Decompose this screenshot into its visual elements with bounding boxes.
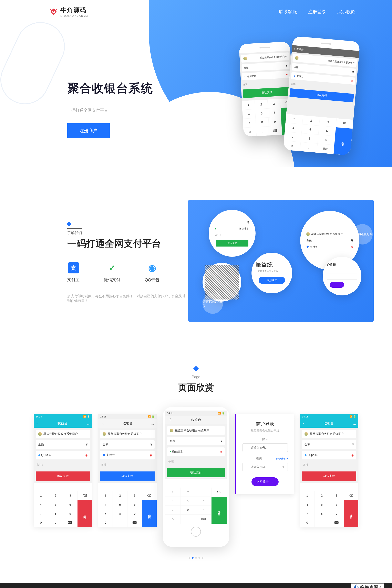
menu-icon: ... [151,422,154,425]
hero-content: 聚合收银台系统 一码打通全网支付平台 注册商户 [0,23,392,138]
close-icon: × [36,422,38,425]
page-footer: © copyright 2021 by 聚合收银台系统 [0,583,392,588]
top-nav: 牛角源码 NIUJIAOYUANMA 联系客服 注册登录 演示收款 [0,0,392,23]
brand-name: 牛角源码 [60,6,88,14]
back-icon: 〈 [168,418,171,422]
hero-subtitle: 一码打通全网支付平台 [67,108,392,113]
about-pretitle: 了解我们 [67,228,82,235]
bubble-text-1: 梦想通讯更好实 [352,224,372,244]
password-input[interactable] [242,463,288,471]
confirm-button[interactable]: 确认支付 [167,468,225,477]
watermark-icon [354,584,359,588]
bubble-wechat: ¥ ● 微信支付 备注: 确认支付 [209,210,256,257]
about-desc: 多支付即时到账，再也不用担心平台跑路了，对接自己的支付账户，资金及时到你钱包里！ [67,294,188,303]
svg-point-0 [50,9,52,10]
wechat-icon: ✓ [107,262,118,273]
bubble-text-2: 保证不跑路的支付 [202,293,223,314]
gallery-section: Page 页面欣赏 14:18📶 🔋 ×收银台... 星益云聚合收银台系统商户 … [0,322,392,575]
menu-icon: ... [353,422,356,425]
confirm-button[interactable]: 确认支付 [302,471,356,481]
about-graphic: ¥ ● 微信支付 备注: 确认支付 星益云聚合收银台系统商户 金额¥ ◆ 支付宝… [188,200,374,322]
method-alipay: 支 支付宝 [67,262,80,283]
alipay-icon: 支 [68,262,79,273]
carousel-pager[interactable] [0,557,392,559]
nav-demo[interactable]: 演示收款 [337,9,355,15]
login-title: 商户登录 [242,421,288,427]
shot-alipay: 14:18📶 🔋 〈收银台... 星益云聚合收银台系统商户 金额¥ ◆ 支付宝◉… [98,414,156,527]
qq-icon: ◉ [146,262,158,273]
gallery-pretitle: Page [0,375,392,379]
close-icon: × [302,422,304,425]
diamond-icon [193,366,199,372]
account-input[interactable] [242,443,288,452]
shot-wechat-framed: 14:18📶 🔋 〈收银台... 星益云聚合收银台系统商户 金额¥ ● 微信支付… [163,407,229,547]
payment-methods: 支 支付宝 ✓ 微信支付 ◉ QQ钱包 [67,262,188,283]
menu-icon: ... [222,418,224,422]
screenshot-carousel: 14:18📶 🔋 ×收银台... 星益云聚合收银台系统商户 金额¥ ◆ QQ钱包… [0,414,392,547]
nav-links: 联系客服 注册登录 演示收款 [279,9,355,15]
forgot-link[interactable]: 忘记密码? [276,457,288,461]
nav-contact[interactable]: 联系客服 [279,9,297,15]
bubble-system: 星益统 一码打通全网支付平台 注册商户 [252,253,292,293]
nav-login[interactable]: 注册登录 [308,9,326,15]
account-label: 账号 [242,438,288,441]
password-label: 密码 [256,457,262,460]
diamond-icon [66,221,72,226]
shot-qq-1: 14:18📶 🔋 ×收银台... 星益云聚合收银台系统商户 金额¥ ◆ QQ钱包… [34,414,92,527]
method-wechat: ✓ 微信支付 [104,262,120,283]
bull-icon [49,7,58,16]
arrow-icon: → [271,480,274,483]
confirm-button[interactable]: 确认支付 [100,471,154,481]
confirm-button[interactable]: 确认支付 [36,471,90,481]
about-title: 一码打通全网支付平台 [67,237,188,250]
method-qq: ◉ QQ钱包 [145,262,159,283]
hero-title: 聚合收银台系统 [67,80,392,96]
back-icon: 〈 [100,421,104,426]
watermark: 撸撸资源® 白嫖互联网资源的网站 [351,583,384,588]
menu-icon: ... [87,422,90,425]
bubble-login: 户注册 → [323,257,362,295]
login-subtitle: 星益云聚合收银台系统 [242,429,288,432]
shot-qq-2: 14:18📶 🔋 ×收银台... 星益云聚合收银台系统商户 金额¥ ◆ QQ钱包… [300,414,358,527]
about-section: 了解我们 一码打通全网支付平台 支 支付宝 ✓ 微信支付 ◉ QQ钱包 多支付即… [0,167,392,322]
login-card: 商户登录 星益云聚合收银台系统 账号 👤 密码忘记密码? 🔒 👁 立即登录→ [235,414,294,494]
hero-section: 牛角源码 NIUJIAOYUANMA 联系客服 注册登录 演示收款 聚合收银台系… [0,0,392,167]
brand-sub: NIUJIAOYUANMA [60,14,88,17]
eye-icon[interactable]: 👁 [282,465,285,469]
brand-logo[interactable]: 牛角源码 NIUJIAOYUANMA [49,6,88,17]
register-merchant-button[interactable]: 注册商户 [67,123,110,138]
gallery-title: 页面欣赏 [0,382,392,394]
svg-point-1 [56,9,57,10]
login-button[interactable]: 立即登录→ [252,477,278,486]
